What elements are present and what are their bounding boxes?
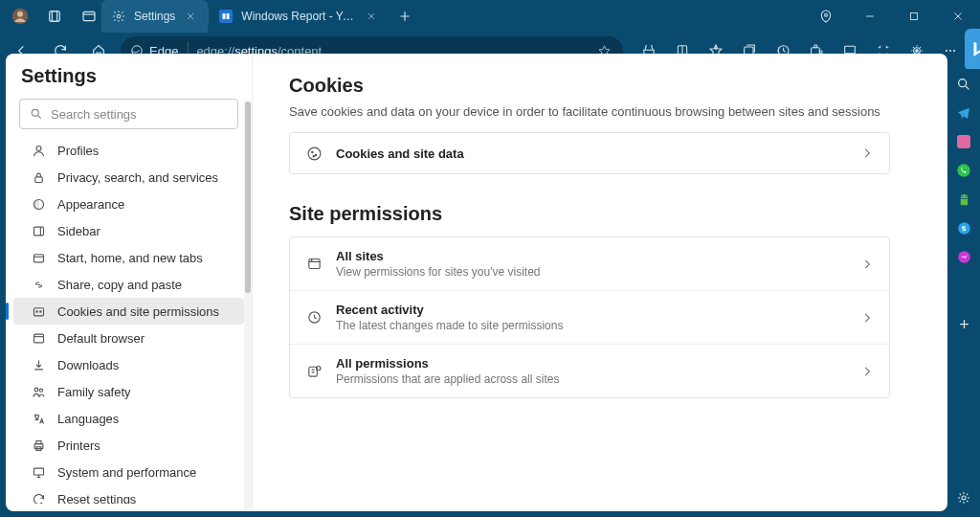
site-permissions-card: All sitesView permissions for sites you'… [289,236,890,398]
rail-settings-icon[interactable] [954,488,973,507]
browser-icon [31,330,46,346]
search-input[interactable]: Search settings [19,99,238,129]
svg-rect-37 [33,468,43,475]
window-titlebar: Settings Windows Report - Your go-to sou… [0,0,980,33]
svg-point-30 [39,310,40,311]
svg-rect-31 [33,334,43,343]
rail-add-icon[interactable] [954,314,973,333]
gear-icon [111,9,126,24]
new-tab-button[interactable] [389,0,421,33]
nav-appearance[interactable]: Appearance [13,191,244,217]
rail-android-icon[interactable] [954,190,973,209]
download-icon [31,357,46,372]
rewards-icon[interactable] [804,0,848,33]
svg-point-7 [825,13,828,16]
svg-rect-45 [308,259,319,269]
nav-family-safety[interactable]: Family safety [13,378,244,405]
svg-point-53 [965,195,966,196]
sidebar-icon [31,223,46,238]
bing-sidebar-tab[interactable] [965,29,980,71]
nav-system-performance[interactable]: System and performance [13,459,244,485]
svg-point-18 [916,50,919,53]
row-cookies-site-data[interactable]: Cookies and site data [290,133,889,173]
svg-rect-8 [911,13,918,20]
tab-actions-icon[interactable] [77,4,101,29]
tab-windows-report[interactable]: Windows Report - Your go-to sou… [209,0,389,33]
clock-icon [305,309,323,326]
minimize-button[interactable] [848,0,892,33]
rail-whatsapp-icon[interactable] [954,161,973,180]
nav-downloads[interactable]: Downloads [13,351,244,378]
all-sites-icon [305,256,323,273]
workspaces-icon[interactable] [42,4,67,29]
chevron-right-icon [860,258,874,271]
close-icon[interactable] [364,9,379,24]
svg-point-32 [34,388,38,392]
maximize-button[interactable] [892,0,936,33]
sidebar-scrollbar[interactable] [244,101,252,511]
svg-rect-14 [814,45,817,48]
svg-rect-28 [33,307,43,315]
window-close-button[interactable] [936,0,980,33]
svg-point-52 [962,195,963,196]
nav-share-copy[interactable]: Share, copy and paste [13,271,244,298]
family-icon [31,384,46,399]
svg-rect-2 [50,11,60,22]
svg-rect-35 [36,440,41,443]
svg-point-44 [313,155,314,156]
cookies-heading: Cookies [289,75,890,97]
row-all-sites[interactable]: All sitesView permissions for sites you'… [290,237,889,290]
settings-nav-list: Profiles Privacy, search, and services A… [6,137,252,504]
rail-app-icon[interactable] [954,132,973,151]
nav-reset-settings[interactable]: Reset settings [13,485,244,504]
svg-point-5 [117,14,121,18]
tab-settings[interactable]: Settings [101,0,208,33]
nav-profiles[interactable]: Profiles [13,137,244,164]
rail-telegram-icon[interactable] [954,103,973,123]
page-content: Settings Search settings Profiles Privac… [6,54,947,511]
svg-rect-47 [308,367,317,376]
cookies-card: Cookies and site data [289,132,890,174]
svg-rect-16 [845,46,856,53]
nav-default-browser[interactable]: Default browser [13,325,244,351]
nav-sidebar[interactable]: Sidebar [13,217,244,244]
svg-point-23 [36,146,41,150]
svg-point-51 [957,164,969,176]
tabs-icon [31,250,46,265]
scrollbar-thumb[interactable] [245,101,251,293]
profile-avatar[interactable] [8,4,33,29]
site-favicon [218,9,234,24]
rail-skype-icon[interactable] [954,218,973,237]
reset-icon [31,491,46,504]
nav-start-home[interactable]: Start, home, and new tabs [13,244,244,271]
language-icon [31,411,46,426]
chevron-right-icon [860,146,874,160]
rail-search-icon[interactable] [954,75,973,94]
search-placeholder: Search settings [51,107,137,122]
settings-sidebar: Settings Search settings Profiles Privac… [6,54,253,511]
share-icon [31,277,46,292]
svg-rect-6 [219,10,233,23]
svg-point-21 [953,50,955,52]
row-recent-activity[interactable]: Recent activityThe latest changes made t… [290,290,889,344]
site-permissions-heading: Site permissions [289,203,890,225]
settings-main: Cookies Save cookies and data on your de… [253,54,947,511]
search-icon [30,107,43,121]
svg-point-42 [311,151,312,152]
row-all-permissions[interactable]: All permissionsPermissions that are appl… [290,344,889,397]
nav-cookies-permissions[interactable]: Cookies and site permissions [13,298,244,325]
close-icon[interactable] [183,9,198,24]
cookies-desc: Save cookies and data on your device in … [289,104,890,119]
svg-point-22 [32,109,38,116]
nav-languages[interactable]: Languages [13,405,244,432]
chevron-right-icon [860,311,874,325]
svg-rect-27 [33,254,43,261]
nav-privacy[interactable]: Privacy, search, and services [13,164,244,191]
svg-point-56 [962,496,966,500]
svg-point-49 [959,79,967,87]
nav-printers[interactable]: Printers [13,432,244,459]
printer-icon [31,438,46,453]
rail-messenger-icon[interactable] [954,247,973,266]
tab-label: Windows Report - Your go-to sou… [241,10,356,23]
cookies-nav-icon [31,303,46,319]
